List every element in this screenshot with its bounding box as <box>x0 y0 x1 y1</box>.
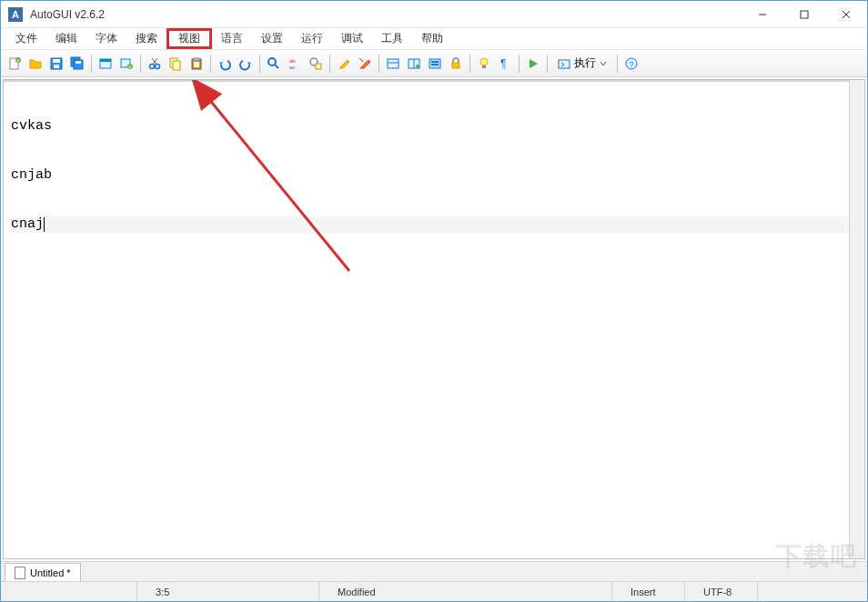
menu-search[interactable]: 搜索 <box>126 28 167 49</box>
svg-point-18 <box>150 64 155 68</box>
status-blank <box>1 582 137 601</box>
save-all-button[interactable] <box>67 54 87 74</box>
menubar: 文件 编辑 字体 搜索 视图 语言 设置 运行 调试 工具 帮助 <box>1 28 867 50</box>
statusbar: 3:5 Modified Insert UTF-8 <box>1 581 867 601</box>
save-button[interactable] <box>46 54 66 74</box>
execute-icon <box>558 57 570 70</box>
pilcrow-button[interactable]: ¶ <box>495 54 515 74</box>
svg-rect-35 <box>388 59 399 68</box>
status-position: 3:5 <box>137 582 319 601</box>
svg-text:¶: ¶ <box>500 57 506 70</box>
svg-point-19 <box>156 64 160 68</box>
text-caret <box>44 217 45 232</box>
window-button[interactable] <box>96 54 116 74</box>
app-icon: A <box>8 7 23 22</box>
svg-point-27 <box>268 58 276 65</box>
svg-text:ac: ac <box>289 65 295 70</box>
dropdown-icon <box>600 60 607 67</box>
svg-rect-25 <box>194 58 199 61</box>
svg-line-34 <box>359 58 363 62</box>
toolbar: + + abac ¶ 执行 <box>1 50 867 77</box>
cut-button[interactable] <box>145 54 165 74</box>
svg-point-44 <box>480 58 488 65</box>
help-button[interactable]: ? <box>621 54 641 74</box>
run-button[interactable] <box>523 54 543 74</box>
clear-button[interactable] <box>355 54 375 74</box>
app-window: A AutoGUI v2.6.2 文件 编辑 字体 搜索 视图 语言 设置 运行… <box>0 0 868 602</box>
find-in-files-button[interactable] <box>306 54 326 74</box>
menu-view[interactable]: 视图 <box>167 28 212 49</box>
svg-rect-12 <box>76 61 81 64</box>
svg-rect-41 <box>431 61 439 63</box>
tab-label: Untitled * <box>30 567 71 578</box>
menu-settings[interactable]: 设置 <box>252 28 292 49</box>
svg-rect-43 <box>452 63 459 68</box>
find-button[interactable] <box>264 54 284 74</box>
close-button[interactable] <box>825 1 867 28</box>
svg-line-28 <box>275 65 278 68</box>
svg-rect-14 <box>100 59 111 62</box>
editor-line-current: cnaj <box>11 216 857 233</box>
new-window-button[interactable]: + <box>116 54 136 74</box>
svg-rect-23 <box>173 61 180 70</box>
window-controls <box>742 1 867 28</box>
paste-button[interactable] <box>187 54 207 74</box>
menu-font[interactable]: 字体 <box>86 28 126 49</box>
status-modified: Modified <box>319 582 612 601</box>
vertical-scrollbar[interactable] <box>849 80 864 558</box>
menu-run[interactable]: 运行 <box>292 28 332 49</box>
panel3-button[interactable] <box>425 54 445 74</box>
redo-button[interactable] <box>236 54 256 74</box>
svg-rect-9 <box>54 65 59 68</box>
menu-file[interactable]: 文件 <box>6 28 46 49</box>
copy-button[interactable] <box>166 54 186 74</box>
svg-rect-26 <box>194 62 199 67</box>
edit-button[interactable] <box>334 54 354 74</box>
menu-debug[interactable]: 调试 <box>332 28 372 49</box>
document-icon <box>15 567 25 579</box>
svg-text:+: + <box>129 64 132 69</box>
status-tail <box>758 582 867 601</box>
svg-rect-1 <box>801 11 808 18</box>
svg-rect-8 <box>53 59 60 63</box>
tab-bar: Untitled * <box>1 561 867 581</box>
editor-line: cnjab <box>11 167 857 184</box>
editor-line: cvkas <box>11 118 857 135</box>
svg-rect-33 <box>316 64 321 69</box>
editor-area: cvkas cnjab cnaj <box>3 79 865 559</box>
menu-language[interactable]: 语言 <box>212 28 252 49</box>
replace-button[interactable]: abac <box>285 54 305 74</box>
svg-text:ab: ab <box>289 58 296 64</box>
svg-rect-42 <box>431 64 439 65</box>
panel1-button[interactable] <box>383 54 403 74</box>
undo-button[interactable] <box>215 54 235 74</box>
status-encoding: UTF-8 <box>685 582 758 601</box>
menu-tools[interactable]: 工具 <box>372 28 412 49</box>
new-file-button[interactable]: + <box>5 54 25 74</box>
menu-edit[interactable]: 编辑 <box>46 28 86 49</box>
window-title: AutoGUI v2.6.2 <box>30 8 742 21</box>
execute-button[interactable]: 执行 <box>551 54 613 74</box>
open-file-button[interactable] <box>25 54 45 74</box>
svg-rect-45 <box>482 65 486 68</box>
status-insert: Insert <box>612 582 685 601</box>
svg-text:+: + <box>17 57 20 63</box>
svg-point-39 <box>416 65 419 68</box>
document-tab[interactable]: Untitled * <box>5 563 81 581</box>
menu-help[interactable]: 帮助 <box>412 28 452 49</box>
execute-label: 执行 <box>574 55 596 71</box>
text-editor[interactable]: cvkas cnjab cnaj <box>4 82 864 558</box>
tips-button[interactable] <box>474 54 494 74</box>
minimize-button[interactable] <box>742 1 783 28</box>
maximize-button[interactable] <box>783 1 825 28</box>
panel2-button[interactable] <box>404 54 424 74</box>
lock-button[interactable] <box>446 54 466 74</box>
titlebar: A AutoGUI v2.6.2 <box>1 1 867 28</box>
svg-text:?: ? <box>629 60 633 69</box>
